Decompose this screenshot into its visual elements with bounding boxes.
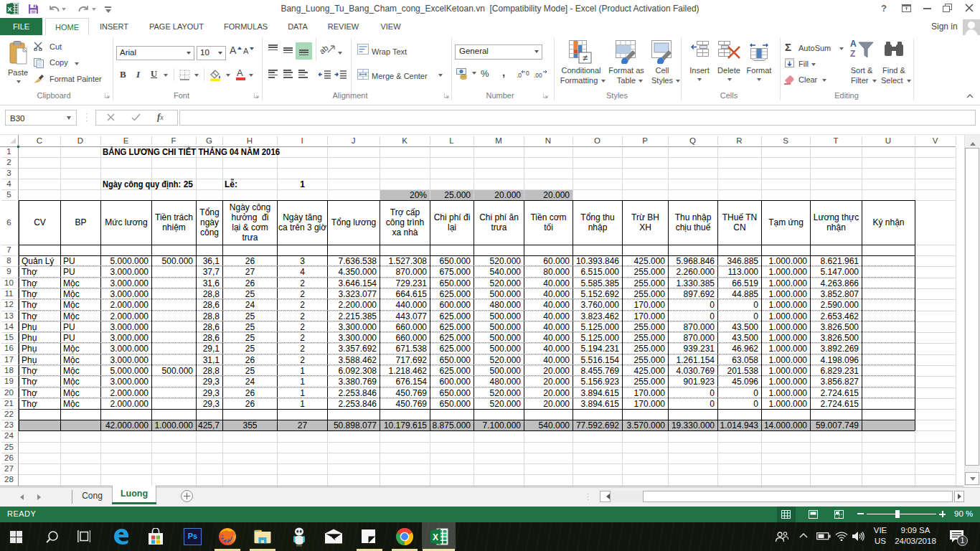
svg-text:0: 0 <box>526 70 529 77</box>
svg-text:.0: .0 <box>517 72 522 79</box>
svg-text:X: X <box>433 532 438 542</box>
svg-text:≠: ≠ <box>583 52 588 63</box>
svg-text:.00: .00 <box>534 72 542 79</box>
